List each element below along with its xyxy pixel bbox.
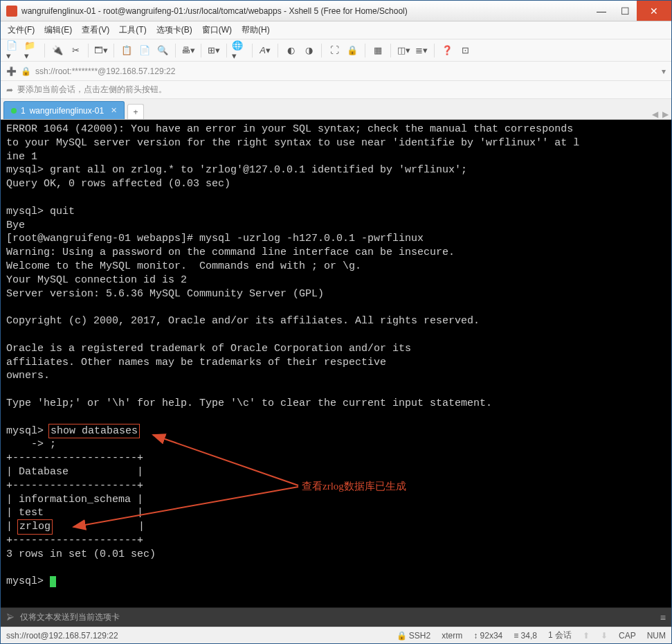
titlebar[interactable]: wangruifenglinux-01 - root@wangruifeng-0… bbox=[1, 1, 671, 21]
paste-icon[interactable]: 📄 bbox=[137, 43, 152, 58]
tab-prev-icon[interactable]: ◀ bbox=[652, 109, 658, 119]
tab-label: wangruifenglinux-01 bbox=[30, 106, 104, 116]
separator bbox=[390, 44, 391, 57]
status-connection: ssh://root@192.168.57.129:22 bbox=[6, 631, 385, 641]
status-term: xterm bbox=[442, 631, 462, 641]
menu-file[interactable]: 文件(F) bbox=[8, 24, 35, 36]
addr-dropdown-icon[interactable]: ▾ bbox=[662, 66, 666, 76]
status-sessions: 1 会话 bbox=[548, 629, 572, 641]
disconnect-icon[interactable]: ✂ bbox=[68, 43, 83, 58]
hint-bar: ➦ 要添加当前会话，点击左侧的箭头按钮。 bbox=[1, 81, 671, 99]
tab-close-icon[interactable]: ✕ bbox=[111, 106, 117, 115]
status-caps: CAP bbox=[619, 631, 636, 641]
annotation-arrows bbox=[1, 120, 665, 605]
session-tab[interactable]: 1 wangruifenglinux-01 ✕ bbox=[3, 101, 125, 119]
separator bbox=[113, 44, 114, 57]
cursor bbox=[50, 576, 56, 587]
separator bbox=[434, 44, 435, 57]
menu-edit[interactable]: 编辑(E) bbox=[44, 24, 72, 36]
menubar: 文件(F) 编辑(E) 查看(V) 工具(T) 选项卡(B) 窗口(W) 帮助(… bbox=[1, 21, 671, 39]
separator bbox=[88, 44, 89, 57]
gallery-icon[interactable]: ◫▾ bbox=[396, 43, 411, 58]
web-icon[interactable]: 🌐▾ bbox=[232, 43, 247, 58]
separator bbox=[365, 44, 365, 57]
status-bar: ssh://root@192.168.57.129:22 🔒 SSH2 xter… bbox=[1, 627, 671, 643]
status-proto: 🔒 SSH2 bbox=[397, 631, 431, 641]
window-title: wangruifenglinux-01 - root@wangruifeng-0… bbox=[21, 6, 590, 16]
open-icon[interactable]: 📁▾ bbox=[24, 43, 39, 58]
status-num: NUM bbox=[647, 631, 666, 641]
terminal[interactable]: ERROR 1064 (42000): You have an error in… bbox=[1, 120, 671, 607]
copy-icon[interactable]: 📋 bbox=[119, 43, 134, 58]
separator bbox=[252, 44, 253, 57]
send-bar[interactable]: ⮚ 仅将文本发送到当前选项卡 ≡ bbox=[1, 607, 671, 627]
separator bbox=[278, 44, 278, 57]
theme-icon[interactable]: ◑ bbox=[301, 43, 316, 58]
annotation-text: 查看zrlog数据库已生成 bbox=[302, 480, 406, 494]
app-icon bbox=[6, 6, 17, 17]
toolbar: 📄▾ 📁▾ 🔌 ✂ 🗔▾ 📋 📄 🔍 🖶▾ ⊞▾ 🌐▾ A▾ ◐ ◑ ⛶ 🔒 ▦… bbox=[1, 39, 671, 62]
tab-nav: ◀ ▶ bbox=[652, 109, 669, 119]
send-icon: ⮚ bbox=[6, 613, 15, 623]
close-button[interactable]: ✕ bbox=[637, 1, 671, 21]
layout-icon[interactable]: ⊞▾ bbox=[206, 43, 221, 58]
about-icon[interactable]: ⊡ bbox=[457, 43, 473, 58]
properties-icon[interactable]: 🗔▾ bbox=[93, 43, 109, 58]
tab-add-button[interactable]: + bbox=[127, 104, 144, 119]
new-icon[interactable]: 📄▾ bbox=[6, 43, 21, 58]
hint-text: 要添加当前会话，点击左侧的箭头按钮。 bbox=[17, 84, 167, 96]
send-menu-icon[interactable]: ≡ bbox=[660, 612, 666, 623]
search-icon[interactable]: 🔍 bbox=[155, 43, 170, 58]
status-cursor: ≡ 34,8 bbox=[514, 631, 537, 641]
color-icon[interactable]: ◐ bbox=[283, 43, 298, 58]
separator bbox=[175, 44, 176, 57]
app-window: wangruifenglinux-01 - root@wangruifeng-0… bbox=[0, 0, 672, 644]
minimize-button[interactable]: — bbox=[590, 1, 613, 21]
separator bbox=[201, 44, 201, 57]
status-size: ↕ 92x34 bbox=[473, 631, 502, 641]
menu-help[interactable]: 帮助(H) bbox=[242, 24, 270, 36]
status-dot-icon bbox=[11, 108, 17, 114]
tab-bar: 1 wangruifenglinux-01 ✕ + ◀ ▶ bbox=[1, 99, 671, 120]
status-up-icon: ⬆ bbox=[583, 631, 590, 641]
separator bbox=[226, 44, 227, 57]
menu-window[interactable]: 窗口(W) bbox=[202, 24, 232, 36]
separator bbox=[321, 44, 322, 57]
svg-line-2 bbox=[73, 487, 298, 527]
maximize-button[interactable]: ☐ bbox=[613, 1, 637, 21]
menu-tab[interactable]: 选项卡(B) bbox=[156, 24, 192, 36]
highlight-zrlog: zrlog bbox=[17, 519, 53, 535]
tab-next-icon[interactable]: ▶ bbox=[662, 109, 669, 119]
fullscreen-icon[interactable]: ⛶ bbox=[327, 43, 342, 58]
address-bar: ➕ 🔒 ssh://root:********@192.168.57.129:2… bbox=[1, 62, 671, 81]
addr-lock-icon: 🔒 bbox=[21, 66, 31, 76]
font-icon[interactable]: A▾ bbox=[257, 43, 273, 58]
send-hint: 仅将文本发送到当前选项卡 bbox=[20, 611, 120, 623]
addr-url[interactable]: ssh://root:********@192.168.57.129:22 bbox=[35, 66, 175, 76]
highlight-show-databases: show databases bbox=[48, 424, 140, 439]
help-icon[interactable]: ❓ bbox=[439, 43, 455, 58]
list-icon[interactable]: ≣▾ bbox=[414, 43, 429, 58]
addr-plus-icon[interactable]: ➕ bbox=[6, 66, 17, 76]
reconnect-icon[interactable]: 🔌 bbox=[50, 43, 65, 58]
window-controls: — ☐ ✕ bbox=[590, 1, 671, 21]
svg-line-1 bbox=[153, 435, 298, 485]
tab-index: 1 bbox=[21, 106, 26, 116]
print-icon[interactable]: 🖶▾ bbox=[181, 43, 196, 58]
hint-icon[interactable]: ➦ bbox=[6, 85, 13, 95]
menu-view[interactable]: 查看(V) bbox=[82, 24, 109, 36]
status-down-icon: ⬇ bbox=[601, 631, 608, 641]
separator bbox=[44, 44, 45, 57]
tile-icon[interactable]: ▦ bbox=[370, 43, 385, 58]
menu-tools[interactable]: 工具(T) bbox=[119, 24, 146, 36]
lock-icon[interactable]: 🔒 bbox=[345, 43, 360, 58]
